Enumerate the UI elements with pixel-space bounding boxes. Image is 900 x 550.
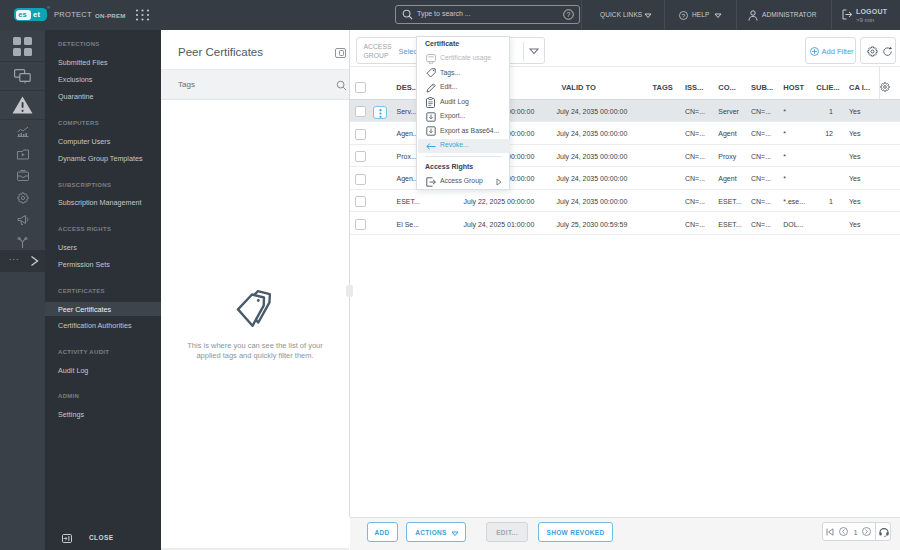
svg-text:?: ?	[567, 11, 571, 18]
svg-text:?: ?	[682, 13, 686, 19]
